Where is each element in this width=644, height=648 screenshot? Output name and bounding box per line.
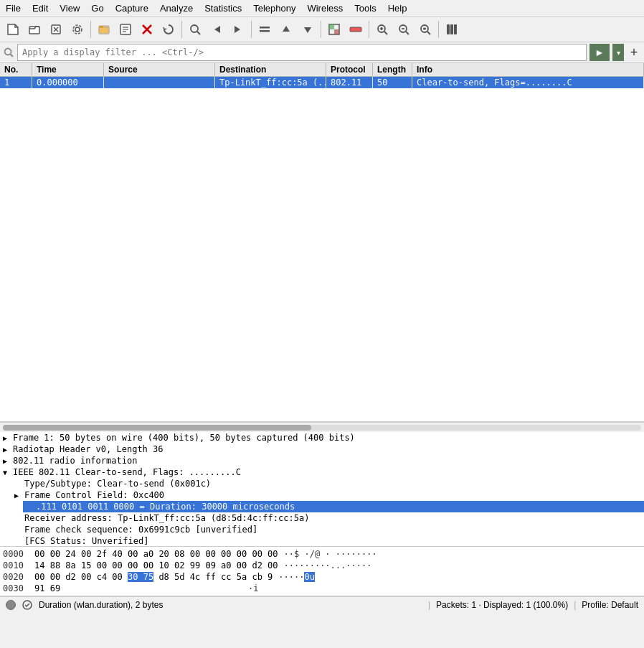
svg-line-17 [197,32,200,34]
col-header-no[interactable]: No. [0,63,32,76]
menu-telephony[interactable]: Telephony [247,1,301,15]
menu-analyze[interactable]: Analyze [154,1,199,15]
col-header-destination[interactable]: Destination [215,63,326,76]
detail-row-fcs-status[interactable]: [FCS Status: Unverified] [11,535,644,547]
status-separator-2: | [574,600,576,610]
toolbar [0,17,644,42]
go-btn[interactable] [255,19,275,39]
horizontal-scrollbar[interactable] [0,422,644,432]
scroll-down-btn[interactable] [298,19,318,39]
toolbar-separator-3 [251,21,252,38]
filter-icon [3,47,14,58]
detail-row-radio[interactable]: ▶ 802.11 radio information [0,455,644,466]
menubar: File Edit View Go Capture Analyze Statis… [0,0,644,17]
svg-rect-26 [334,29,339,34]
filter-apply-btn[interactable]: ► [589,44,610,61]
svg-rect-40 [447,24,450,34]
summary-btn[interactable] [115,19,136,39]
detail-row-radiotap[interactable]: ▶ Radiotap Header v0, Length 36 [0,443,644,455]
hex-highlight-ascii: 0u [304,572,314,582]
open-file-btn[interactable] [24,19,44,39]
detail-text-radio: 802.11 radio information [13,456,137,466]
color-btn[interactable] [346,19,366,39]
svg-marker-18 [214,26,220,33]
status-indicator [6,600,16,610]
filter-input[interactable] [17,44,587,61]
menu-tools[interactable]: Tools [349,1,382,15]
x-btn[interactable] [137,19,157,39]
detail-text-fcs: Frame check sequence: 0x6991c9cb [unveri… [24,525,257,535]
svg-point-43 [5,49,11,55]
svg-point-6 [73,25,82,34]
menu-edit[interactable]: Edit [27,1,54,15]
svg-line-34 [406,32,409,34]
zoom-out-btn[interactable] [394,19,414,39]
expand-arrow-fcf: ▶ [14,492,22,499]
status-right: Profile: Default [582,600,638,610]
open-folder-btn[interactable] [94,19,114,39]
col-header-source[interactable]: Source [104,63,215,76]
status-bar: Duration (wlan.duration), 2 bytes | Pack… [0,596,644,612]
zoom-reset-btn[interactable] [415,19,435,39]
detail-text-radiotap: Radiotap Header v0, Length 36 [13,444,164,454]
detail-row-type[interactable]: Type/Subtype: Clear-to-send (0x001c) [11,478,644,489]
menu-view[interactable]: View [54,1,85,15]
columns-btn[interactable] [442,19,462,39]
menu-help[interactable]: Help [382,1,413,15]
menu-statistics[interactable]: Statistics [199,1,247,15]
toolbar-separator-2 [181,21,182,38]
hex-row-0: 0000 00 00 24 00 2f 40 00 a0 20 08 00 00… [3,548,641,560]
status-left: Duration (wlan.duration), 2 bytes [39,600,422,610]
col-header-time[interactable]: Time [32,63,104,76]
col-header-info[interactable]: Info [412,63,644,76]
menu-go[interactable]: Go [85,1,109,15]
table-row[interactable]: 1 0.000000 Tp-LinkT_ff:cc:5a (... 802.11… [0,77,644,88]
filter-add-btn[interactable]: + [627,44,641,61]
svg-rect-27 [350,27,361,32]
filter-dropdown-btn[interactable]: ▾ [612,44,624,61]
hex-row-2: 0020 00 00 d2 00 c4 00 30 75 d8 5d 4c ff… [3,571,641,583]
svg-rect-1 [29,27,39,34]
zoom-in-btn[interactable] [372,19,392,39]
col-header-length[interactable]: Length [373,63,412,76]
svg-marker-0 [8,24,18,34]
back-btn[interactable] [207,19,227,39]
forward-btn[interactable] [228,19,248,39]
hex-ascii-2: ·····0u [278,572,315,582]
settings-btn[interactable] [67,19,87,39]
colorize-btn[interactable] [324,19,344,39]
hscroll-thumb[interactable] [3,425,311,431]
pkt-protocol: 802.11 [326,77,373,88]
hex-bytes-3: 91 69 [34,583,242,593]
reload-btn[interactable] [158,19,179,39]
close-file-btn[interactable] [46,19,66,39]
scroll-up-btn[interactable] [276,19,296,39]
filter-bar: ► ▾ + [0,42,644,63]
detail-text-fcf: Frame Control Field: 0xc400 [24,490,164,500]
svg-marker-23 [304,27,311,33]
menu-capture[interactable]: Capture [110,1,154,15]
detail-text-duration: .111 0101 0011 0000 = Duration: 30000 mi… [36,502,295,512]
detail-row-fcs[interactable]: Frame check sequence: 0x6991c9cb [unveri… [11,524,644,535]
hscroll-track [3,425,641,431]
menu-wireless[interactable]: Wireless [301,1,349,15]
col-header-protocol[interactable]: Protocol [326,63,373,76]
hex-offset-1: 0010 [3,560,29,570]
search-btn[interactable] [185,19,205,39]
svg-rect-20 [260,27,270,29]
detail-row-receiver[interactable]: Receiver address: Tp-LinkT_ff:cc:5a (d8:… [11,512,644,524]
hex-offset-2: 0020 [3,572,29,582]
svg-rect-9 [99,26,103,28]
svg-rect-42 [454,24,457,34]
detail-row-duration[interactable]: .111 0101 0011 0000 = Duration: 30000 mi… [23,501,644,512]
svg-point-5 [75,27,80,32]
new-file-btn[interactable] [3,19,23,39]
menu-file[interactable]: File [0,1,27,15]
packet-list: No. Time Source Destination Protocol Len… [0,63,644,422]
hex-offset-3: 0030 [3,583,29,593]
pkt-no: 1 [0,77,32,88]
detail-row-frame[interactable]: ▶ Frame 1: 50 bytes on wire (400 bits), … [0,432,644,443]
toolbar-separator-5 [369,21,369,38]
detail-row-fcf[interactable]: ▶ Frame Control Field: 0xc400 [11,489,644,501]
detail-row-ieee[interactable]: ▼ IEEE 802.11 Clear-to-send, Flags: ....… [0,466,644,478]
